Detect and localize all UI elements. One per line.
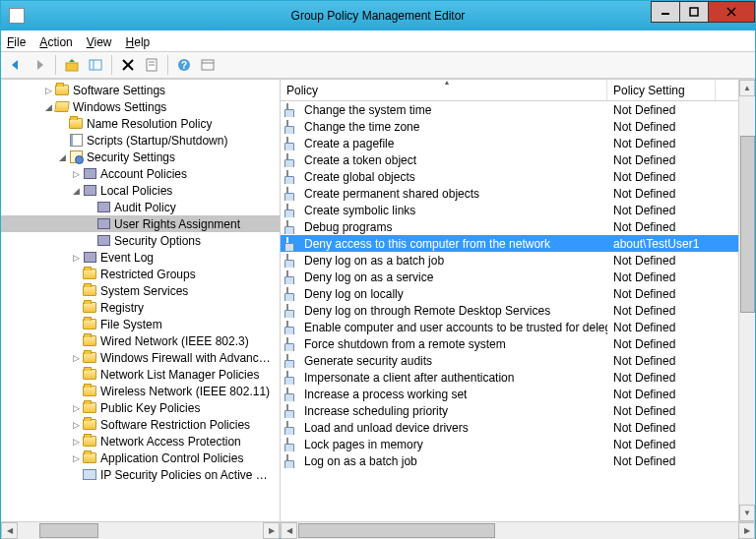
scroll-up-icon[interactable]: ▲ xyxy=(739,80,755,96)
tree-item[interactable]: ◢Local Policies xyxy=(1,182,280,199)
tree-item[interactable]: ▷Windows Firewall with Advanced Security xyxy=(1,349,280,366)
tree-item[interactable]: Wireless Network (IEEE 802.11) xyxy=(1,383,280,399)
tree-item[interactable]: Scripts (Startup/Shutdown) xyxy=(1,132,280,149)
tree-item[interactable]: User Rights Assignment xyxy=(1,215,280,232)
policy-row[interactable]: Create a token objectNot Defined xyxy=(281,151,738,168)
policy-setting: Not Defined xyxy=(607,321,716,334)
expand-icon[interactable]: ▷ xyxy=(70,169,82,179)
list-body[interactable]: Change the system timeNot DefinedChange … xyxy=(281,101,738,521)
collapse-icon[interactable]: ◢ xyxy=(42,102,54,112)
svg-rect-4 xyxy=(66,63,78,71)
policy-icon xyxy=(286,120,300,134)
tree-item-label: Network Access Protection xyxy=(100,435,241,449)
menu-help[interactable]: Help xyxy=(126,35,151,49)
policy-row[interactable]: Create a pagefileNot Defined xyxy=(281,135,738,151)
policy-row[interactable]: Change the time zoneNot Defined xyxy=(281,118,738,135)
tree-item[interactable]: Name Resolution Policy xyxy=(1,115,280,132)
tree-scroll[interactable]: ▷Software Settings◢Windows SettingsName … xyxy=(1,80,280,521)
tree-hscroll[interactable]: ◀ ▶ xyxy=(1,521,280,538)
close-button[interactable] xyxy=(708,1,755,23)
expand-icon[interactable]: ▷ xyxy=(42,86,54,95)
menu-view[interactable]: View xyxy=(87,35,112,49)
expand-icon[interactable]: ▷ xyxy=(70,437,82,447)
tree-item[interactable]: Security Options xyxy=(1,232,280,249)
tree-item-label: Account Policies xyxy=(100,167,187,181)
policy-row[interactable]: Increase a process working setNot Define… xyxy=(281,386,738,402)
policy-row[interactable]: Deny log on locallyNot Defined xyxy=(281,285,738,302)
policy-row[interactable]: Generate security auditsNot Defined xyxy=(281,352,738,369)
expand-icon[interactable]: ▷ xyxy=(70,353,82,363)
policy-row[interactable]: Lock pages in memoryNot Defined xyxy=(281,436,738,452)
tree-item[interactable]: ▷Software Restriction Policies xyxy=(1,416,280,433)
expand-icon[interactable]: ▷ xyxy=(70,253,82,263)
policy-row[interactable]: Debug programsNot Defined xyxy=(281,218,738,235)
tree-item[interactable]: ▷Network Access Protection xyxy=(1,433,280,449)
folder-closed-icon xyxy=(82,401,97,415)
collapse-icon[interactable]: ◢ xyxy=(70,186,82,196)
list-hscroll[interactable]: ◀ ▶ xyxy=(281,521,755,538)
column-policy-setting[interactable]: Policy Setting xyxy=(607,80,716,100)
folder-closed-icon xyxy=(82,318,97,331)
minimize-button[interactable] xyxy=(651,1,680,23)
expand-icon[interactable]: ▷ xyxy=(70,453,82,463)
policy-row[interactable]: Deny log on through Remote Desktop Servi… xyxy=(281,302,738,319)
folder-closed-icon xyxy=(82,301,97,315)
policy-row[interactable]: Increase scheduling priorityNot Defined xyxy=(281,402,738,419)
tree-item-label: Security Options xyxy=(114,234,201,248)
policy-row[interactable]: Load and unload device driversNot Define… xyxy=(281,419,738,436)
help-button[interactable]: ? xyxy=(173,54,195,76)
tree-item-label: File System xyxy=(100,318,162,331)
column-policy[interactable]: Policy xyxy=(281,80,607,100)
tree-item[interactable]: ▷Software Settings xyxy=(1,82,280,98)
up-button[interactable] xyxy=(61,54,83,76)
tree-item[interactable]: System Services xyxy=(1,282,280,299)
policy-icon xyxy=(286,287,300,301)
policy-row[interactable]: Impersonate a client after authenticatio… xyxy=(281,369,738,386)
tree-item[interactable]: ◢Windows Settings xyxy=(1,98,280,115)
policy-row[interactable]: Deny access to this computer from the ne… xyxy=(281,235,738,252)
toolbar: ? xyxy=(1,51,755,79)
menu-action[interactable]: Action xyxy=(39,35,72,49)
back-button[interactable] xyxy=(5,54,27,76)
tree-item[interactable]: Network List Manager Policies xyxy=(1,366,280,383)
scroll-right-icon[interactable]: ▶ xyxy=(738,522,755,539)
collapse-icon[interactable]: ◢ xyxy=(56,152,68,162)
properties-button[interactable] xyxy=(141,54,162,76)
scroll-left-icon[interactable]: ◀ xyxy=(281,522,297,539)
expand-icon[interactable]: ▷ xyxy=(70,420,82,430)
menu-file[interactable]: File xyxy=(7,35,26,49)
tree-item[interactable]: ▷Public Key Policies xyxy=(1,399,280,416)
tree-item[interactable]: File System xyxy=(1,316,280,332)
titlebar[interactable]: Group Policy Management Editor xyxy=(1,1,755,30)
show-hide-tree-button[interactable] xyxy=(85,54,106,76)
policy-row[interactable]: Create permanent shared objectsNot Defin… xyxy=(281,185,738,202)
delete-button[interactable] xyxy=(117,54,139,76)
policy-icon xyxy=(286,304,300,318)
scroll-right-icon[interactable]: ▶ xyxy=(263,522,280,539)
expand-icon[interactable]: ▷ xyxy=(70,403,82,413)
tree-item[interactable]: Registry xyxy=(1,299,280,316)
policy-row[interactable]: Change the system timeNot Defined xyxy=(281,101,738,118)
policy-row[interactable]: Create symbolic linksNot Defined xyxy=(281,202,738,218)
policy-row[interactable]: Log on as a batch jobNot Defined xyxy=(281,452,738,469)
scroll-down-icon[interactable]: ▼ xyxy=(739,505,755,521)
extra-button[interactable] xyxy=(197,54,219,76)
tree-item[interactable]: Audit Policy xyxy=(1,199,280,215)
tree-item[interactable]: ▷Application Control Policies xyxy=(1,449,280,466)
tree-item[interactable]: Wired Network (IEEE 802.3) xyxy=(1,332,280,349)
policy-row[interactable]: Enable computer and user accounts to be … xyxy=(281,319,738,335)
policy-row[interactable]: Create global objectsNot Defined xyxy=(281,168,738,185)
forward-button[interactable] xyxy=(29,54,50,76)
tree-item[interactable]: ◢Security Settings xyxy=(1,149,280,165)
policy-name: Deny access to this computer from the ne… xyxy=(304,237,550,251)
tree-item[interactable]: Restricted Groups xyxy=(1,266,280,282)
tree-item[interactable]: ▷Account Policies xyxy=(1,165,280,182)
scroll-left-icon[interactable]: ◀ xyxy=(1,522,18,539)
tree-item[interactable]: ▷Event Log xyxy=(1,249,280,266)
policy-row[interactable]: Deny log on as a serviceNot Defined xyxy=(281,269,738,285)
tree-item[interactable]: IP Security Policies on Active Directory xyxy=(1,466,280,483)
maximize-button[interactable] xyxy=(679,1,709,23)
policy-row[interactable]: Deny log on as a batch jobNot Defined xyxy=(281,252,738,269)
list-vscroll[interactable]: ▲ ▼ xyxy=(738,80,755,521)
policy-row[interactable]: Force shutdown from a remote systemNot D… xyxy=(281,335,738,352)
